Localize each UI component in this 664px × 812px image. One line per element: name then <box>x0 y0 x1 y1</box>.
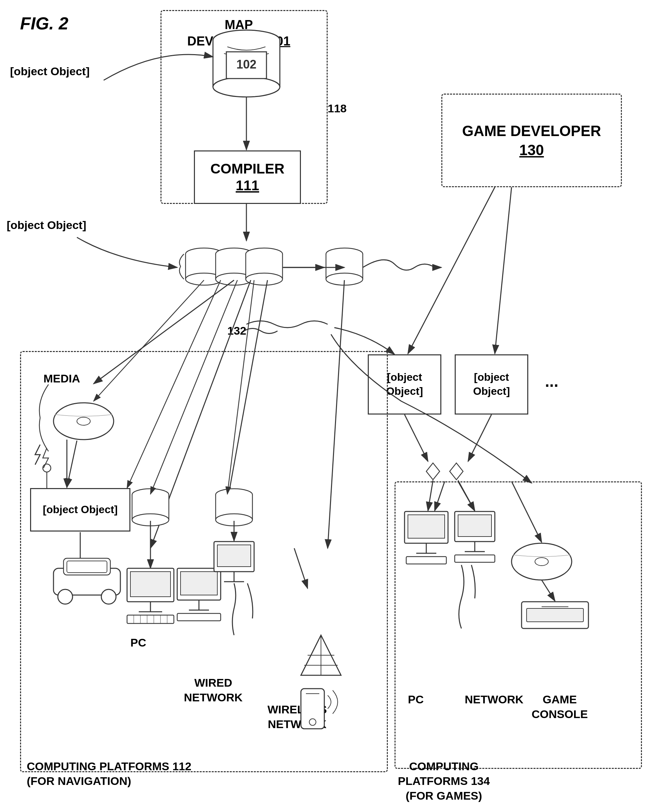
diagram: FIG. 2 [object Object] [object Object] C… <box>0 0 664 812</box>
svg-point-21 <box>246 248 283 260</box>
game-developer-label: GAME DEVELOPER 130 <box>462 121 601 159</box>
svg-point-11 <box>186 248 222 260</box>
compiler-label: COMPILER 111 <box>210 161 285 194</box>
svg-rect-17 <box>216 254 252 279</box>
game-geo-box-2: [object Object] <box>455 354 528 415</box>
computing-platforms-left-label: COMPUTING PLATFORMS 112(FOR NAVIGATION) <box>27 759 191 788</box>
label-132: 132 <box>227 324 246 337</box>
svg-point-15 <box>186 273 222 285</box>
map-developer-label: MAPDEVELOPER 101 <box>187 17 290 50</box>
game-console-label: GAMECONSOLE <box>532 692 588 721</box>
game-developer-box: GAME DEVELOPER 130 <box>441 94 622 187</box>
computing-platforms-left-box <box>20 351 388 772</box>
label-118: 118 <box>328 102 347 115</box>
computing-platforms-right-label: COMPUTINGPLATFORMS 134(FOR GAMES) <box>398 759 490 803</box>
compiled-db-label: [object Object] <box>7 217 86 233</box>
computing-platforms-right-box <box>394 482 642 769</box>
inner-box-102: [object Object] <box>217 57 257 87</box>
svg-rect-22 <box>246 254 283 279</box>
svg-line-33 <box>408 187 495 354</box>
network-label: NETWORK <box>465 692 524 707</box>
pc-label-right: PC <box>408 692 424 707</box>
master-geo-db-label: [object Object] <box>10 63 90 80</box>
svg-point-16 <box>216 248 252 260</box>
svg-marker-111 <box>426 463 439 480</box>
svg-rect-12 <box>186 254 222 279</box>
svg-point-25 <box>246 273 283 285</box>
media-label: MEDIA <box>44 371 80 386</box>
svg-line-34 <box>495 187 511 354</box>
svg-marker-112 <box>450 463 463 480</box>
wired-network-label: WIREDNETWORK <box>184 675 243 705</box>
compiler-box: COMPILER 111 <box>194 150 301 204</box>
pc-label-left: PC <box>130 635 146 650</box>
figure-label: FIG. 2 <box>20 13 68 33</box>
svg-line-90 <box>405 415 428 461</box>
svg-rect-28 <box>326 254 363 279</box>
svg-point-27 <box>326 248 363 260</box>
svg-point-31 <box>326 273 363 285</box>
svg-line-91 <box>468 415 491 461</box>
wireless-network-label: WIRELESSNETWORK <box>267 702 327 731</box>
ellipsis: ... <box>545 371 558 392</box>
svg-point-20 <box>216 273 252 285</box>
